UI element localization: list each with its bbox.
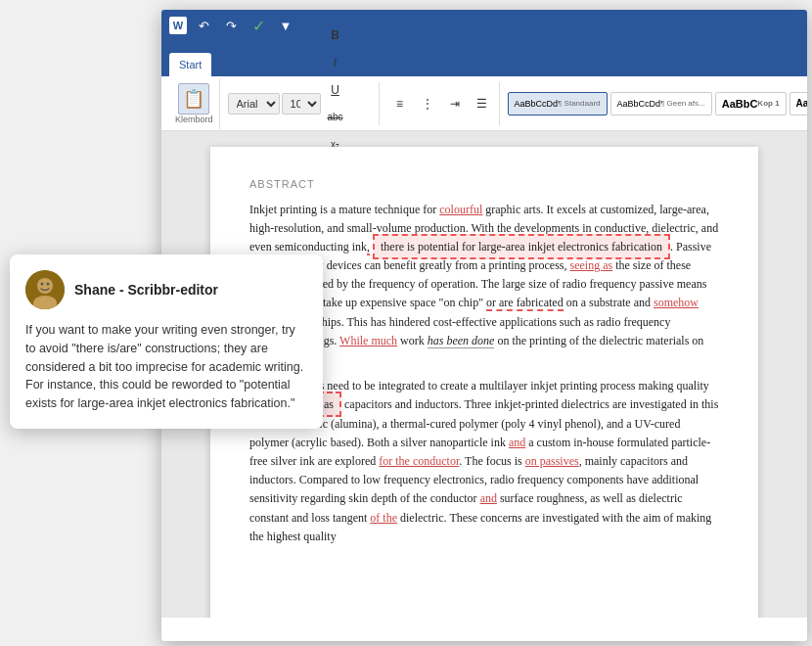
seeing-as-link: seeing as xyxy=(570,258,613,272)
in-underline: in xyxy=(690,397,699,411)
paste-group: 📋 Klembord xyxy=(169,78,220,129)
indent-button[interactable]: ⇥ xyxy=(442,91,468,116)
somehow-link: somehow xyxy=(654,296,699,309)
italic-button[interactable]: I xyxy=(323,50,348,75)
colourful-text: colourful xyxy=(439,203,482,216)
paragraph-group: ≡ ⋮ ⇥ ☰ xyxy=(383,82,500,125)
these-underline: these xyxy=(667,258,692,272)
numbered-list-button[interactable]: ⋮ xyxy=(415,91,440,116)
svg-point-5 xyxy=(41,283,44,286)
toolbar: 📋 Klembord Arial 10 B I U abc x₂ x² ≡ ⋮ xyxy=(161,76,807,131)
and-link2: and xyxy=(480,491,497,505)
svg-point-6 xyxy=(47,283,50,286)
align-button[interactable]: ☰ xyxy=(470,91,495,116)
bold-button[interactable]: B xyxy=(323,23,348,48)
the-underline: the xyxy=(512,334,526,347)
avatar xyxy=(25,270,65,309)
comment-header: Shane - Scribbr-editor xyxy=(25,270,307,309)
for-the-link: for the conductor xyxy=(379,454,459,468)
and-link: and xyxy=(509,436,525,449)
style-no-spacing[interactable]: AaBbCcDd ¶ Geen afs... xyxy=(610,92,712,115)
abstract-heading: ABSTRACT xyxy=(249,176,719,193)
svg-point-3 xyxy=(37,278,53,294)
title-bar: W ↶ ↷ ✓ ▼ xyxy=(161,10,807,41)
customize-button[interactable]: ▼ xyxy=(275,15,296,36)
comment-body: If you want to make your writing even st… xyxy=(25,321,307,413)
style-standard[interactable]: AaBbCcDd ¶ Standaard xyxy=(508,92,608,115)
font-select[interactable]: Arial xyxy=(228,93,280,115)
redo-button[interactable]: ↷ xyxy=(220,15,242,36)
paste-icon[interactable]: 📋 xyxy=(178,83,209,115)
style-heading2[interactable]: AaBbCc Kop 2 xyxy=(789,92,807,115)
dielectric-underline: lectric xyxy=(654,491,683,505)
ribbon: Start xyxy=(161,41,807,76)
font-size-select[interactable]: 10 xyxy=(282,93,321,115)
undo-button[interactable]: ↶ xyxy=(193,15,214,36)
styles-group: AaBbCcDd ¶ Standaard AaBbCcDd ¶ Geen afs… xyxy=(504,82,807,125)
font-group: Arial 10 B I U abc x₂ x² xyxy=(224,82,380,125)
of-the-link: of the xyxy=(370,511,397,525)
word-icon: W xyxy=(169,17,187,34)
save-button[interactable]: ✓ xyxy=(248,15,269,36)
tab-start[interactable]: Start xyxy=(169,53,211,76)
underline-button[interactable]: U xyxy=(323,77,348,103)
are-underline: are xyxy=(318,454,333,468)
comment-author: Shane - Scribbr-editor xyxy=(74,282,218,298)
highlighted-annotation: there is potential for large-area inkjet… xyxy=(373,234,670,259)
bullets-button[interactable]: ≡ xyxy=(387,91,413,116)
on-passives-link: on passives xyxy=(525,454,579,468)
comment-bubble: Shane - Scribbr-editor If you want to ma… xyxy=(10,254,323,429)
strikethrough-button[interactable]: abc xyxy=(323,105,348,130)
style-heading1[interactable]: AaBbC Kop 1 xyxy=(715,92,787,115)
while-much-link: While much xyxy=(339,334,397,347)
paste-label: Klembord xyxy=(175,115,213,124)
